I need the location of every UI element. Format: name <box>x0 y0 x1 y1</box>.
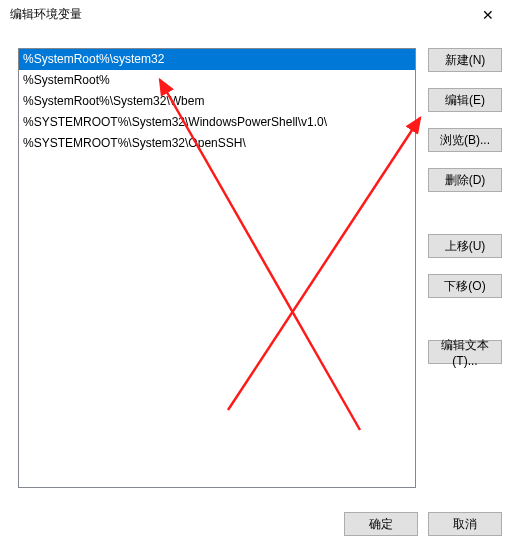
close-button[interactable]: ✕ <box>468 1 508 29</box>
move-down-button[interactable]: 下移(O) <box>428 274 502 298</box>
path-listbox[interactable]: %SystemRoot%\system32 %SystemRoot% %Syst… <box>18 48 416 488</box>
edit-text-button[interactable]: 编辑文本(T)... <box>428 340 502 364</box>
list-item[interactable]: %SystemRoot%\system32 <box>19 49 415 70</box>
side-button-column: 新建(N) 编辑(E) 浏览(B)... 删除(D) 上移(U) 下移(O) 编… <box>428 48 502 380</box>
window-title: 编辑环境变量 <box>10 6 468 23</box>
move-up-button[interactable]: 上移(U) <box>428 234 502 258</box>
list-item[interactable]: %SystemRoot% <box>19 70 415 91</box>
titlebar: 编辑环境变量 ✕ <box>0 0 516 30</box>
edit-button[interactable]: 编辑(E) <box>428 88 502 112</box>
dialog-content: %SystemRoot%\system32 %SystemRoot% %Syst… <box>18 48 498 536</box>
delete-button[interactable]: 删除(D) <box>428 168 502 192</box>
ok-button[interactable]: 确定 <box>344 512 418 536</box>
cancel-button[interactable]: 取消 <box>428 512 502 536</box>
new-button[interactable]: 新建(N) <box>428 48 502 72</box>
close-icon: ✕ <box>482 7 494 23</box>
browse-button[interactable]: 浏览(B)... <box>428 128 502 152</box>
list-item[interactable]: %SystemRoot%\System32\Wbem <box>19 91 415 112</box>
bottom-button-row: 确定 取消 <box>344 512 502 536</box>
list-item[interactable]: %SYSTEMROOT%\System32\WindowsPowerShell\… <box>19 112 415 133</box>
list-item[interactable]: %SYSTEMROOT%\System32\OpenSSH\ <box>19 133 415 154</box>
